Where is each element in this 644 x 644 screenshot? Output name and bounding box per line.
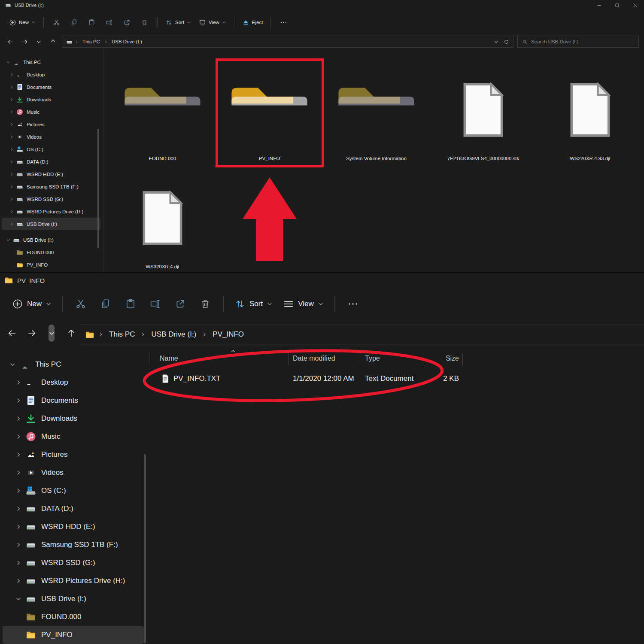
paste-button[interactable] — [118, 294, 143, 314]
chevron-right-icon[interactable] — [8, 222, 15, 227]
sort-button[interactable]: Sort — [229, 294, 278, 314]
address-dropdown-icon[interactable] — [494, 39, 498, 44]
chevron-right-icon[interactable] — [8, 172, 15, 177]
chevron-right-icon[interactable] — [12, 523, 25, 530]
recent-locations-button[interactable] — [45, 325, 58, 341]
chevron-right-icon[interactable] — [12, 541, 25, 548]
share-button[interactable] — [168, 294, 193, 314]
view-button[interactable]: View — [278, 294, 329, 314]
file-item-stk[interactable]: 7E2163OG9VLS4_00000000.stk — [430, 66, 537, 174]
sidebar-item-pv-info[interactable]: PV_INFO — [2, 258, 100, 271]
breadcrumb-this-pc[interactable]: This PC — [107, 329, 137, 340]
sidebar-item-music[interactable]: Music — [2, 106, 100, 118]
column-header-name[interactable]: Name — [148, 355, 289, 362]
chevron-right-icon[interactable] — [12, 487, 25, 494]
chevron-right-icon[interactable] — [8, 122, 15, 127]
sidebar-item-pv-info-selected[interactable]: PV_INFO — [3, 626, 144, 644]
sidebar-item-wsrd-hdd-e[interactable]: WSRD HDD (E:) — [2, 168, 100, 180]
delete-button[interactable] — [193, 294, 218, 314]
sidebar-item-music[interactable]: Music — [3, 428, 144, 446]
chevron-right-icon[interactable] — [8, 197, 15, 202]
sidebar-item-samsung-ssd-f[interactable]: Samsung SSD 1TB (F:) — [3, 536, 144, 554]
view-button[interactable]: View — [195, 16, 230, 29]
close-button[interactable] — [626, 0, 644, 10]
more-options-button[interactable] — [275, 16, 292, 29]
chevron-right-icon[interactable] — [8, 85, 15, 90]
column-divider[interactable] — [360, 353, 360, 366]
sidebar-item-usb-drive-section[interactable]: USB Drive (I:) — [2, 234, 100, 246]
sidebar-item-wsrd-ssd-g[interactable]: WSRD SSD (G:) — [2, 193, 100, 205]
breadcrumb-usb-drive[interactable]: USB Drive (I:) — [149, 329, 198, 340]
chevron-right-icon[interactable] — [12, 577, 25, 584]
sidebar-item-pictures[interactable]: Pictures — [3, 446, 144, 464]
sidebar-item-data-d[interactable]: DATA (D:) — [3, 500, 144, 518]
forward-button[interactable] — [25, 325, 39, 341]
delete-button[interactable] — [136, 16, 153, 29]
sidebar-item-desktop[interactable]: Desktop — [3, 374, 144, 392]
sidebar-item-data-d[interactable]: DATA (D:) — [2, 155, 100, 168]
copy-button[interactable] — [93, 294, 118, 314]
chevron-right-icon[interactable] — [8, 72, 15, 77]
sidebar-item-documents[interactable]: Documents — [2, 81, 100, 93]
file-item-ws320xr[interactable]: WS320XR.4.djt — [109, 174, 216, 283]
column-divider[interactable] — [149, 353, 149, 366]
chevron-right-icon[interactable] — [12, 505, 25, 512]
back-button[interactable] — [5, 36, 15, 47]
chevron-right-icon[interactable] — [8, 134, 15, 140]
chevron-down-icon[interactable] — [6, 361, 19, 368]
sidebar-item-samsung-ssd-f[interactable]: Samsung SSD 1TB (F:) — [2, 180, 100, 193]
chevron-right-icon[interactable] — [12, 469, 25, 476]
sidebar-scrollbar[interactable] — [97, 129, 99, 248]
chevron-right-icon[interactable] — [8, 109, 15, 115]
chevron-right-icon[interactable] — [8, 209, 15, 214]
chevron-right-icon[interactable] — [8, 147, 15, 152]
sidebar-item-pictures[interactable]: Pictures — [2, 118, 100, 131]
sidebar-item-os-c[interactable]: OS (C:) — [3, 482, 144, 500]
sidebar-item-desktop[interactable]: Desktop — [2, 68, 100, 81]
cut-button[interactable] — [48, 16, 65, 29]
address-bar[interactable]: This PC USB Drive (I:) PV_INFO — [79, 325, 644, 344]
back-button[interactable] — [5, 325, 19, 341]
minimize-button[interactable] — [590, 0, 608, 10]
file-item-ws220xr[interactable]: WS220XR.4.93.djt — [537, 66, 644, 174]
file-item-system-volume-information[interactable]: System Volume Information — [323, 66, 430, 174]
sidebar-scrollbar[interactable] — [144, 454, 146, 643]
rename-button[interactable] — [143, 294, 168, 314]
file-item-found000[interactable]: FOUND.000 — [109, 66, 216, 174]
cut-button[interactable] — [68, 294, 93, 314]
chevron-right-icon[interactable] — [12, 451, 25, 458]
sidebar-item-downloads[interactable]: Downloads — [3, 410, 144, 428]
search-box[interactable] — [517, 36, 639, 48]
column-header-date-modified[interactable]: Date modified — [289, 355, 360, 362]
sidebar-item-videos[interactable]: Videos — [2, 131, 100, 143]
rename-button[interactable] — [100, 16, 118, 29]
chevron-down-icon[interactable] — [4, 237, 12, 243]
forward-button[interactable] — [19, 36, 30, 47]
column-header-size[interactable]: Size — [423, 355, 462, 362]
sort-button[interactable]: Sort — [161, 16, 195, 29]
breadcrumb-this-pc[interactable]: This PC — [81, 38, 102, 45]
breadcrumb-usb-drive[interactable]: USB Drive (I:) — [110, 38, 144, 45]
new-button[interactable]: New — [7, 294, 57, 314]
sidebar-item-os-c[interactable]: OS (C:) — [2, 143, 100, 155]
chevron-right-icon[interactable] — [12, 433, 25, 440]
chevron-right-icon[interactable] — [12, 415, 25, 422]
chevron-right-icon[interactable] — [8, 184, 15, 189]
chevron-down-icon[interactable] — [4, 60, 12, 65]
maximize-button[interactable] — [608, 0, 626, 10]
sidebar-item-documents[interactable]: Documents — [3, 392, 144, 410]
search-input[interactable] — [531, 39, 634, 44]
more-options-button[interactable] — [340, 294, 365, 314]
breadcrumb-pv-info[interactable]: PV_INFO — [211, 329, 246, 340]
sidebar-item-wsrd-pictures-h[interactable]: WSRD Pictures Drive (H:) — [3, 572, 144, 590]
copy-button[interactable] — [65, 16, 83, 29]
sidebar-item-wsrd-pictures-h[interactable]: WSRD Pictures Drive (H:) — [2, 205, 100, 218]
up-button[interactable] — [64, 325, 78, 341]
share-button[interactable] — [118, 16, 136, 29]
paste-button[interactable] — [83, 16, 100, 29]
column-divider[interactable] — [423, 353, 423, 366]
column-divider[interactable] — [462, 353, 463, 366]
sidebar-item-found000[interactable]: FOUND.000 — [2, 246, 100, 258]
sidebar-item-wsrd-ssd-g[interactable]: WSRD SSD (G:) — [3, 554, 144, 572]
chevron-down-icon[interactable] — [12, 595, 25, 602]
